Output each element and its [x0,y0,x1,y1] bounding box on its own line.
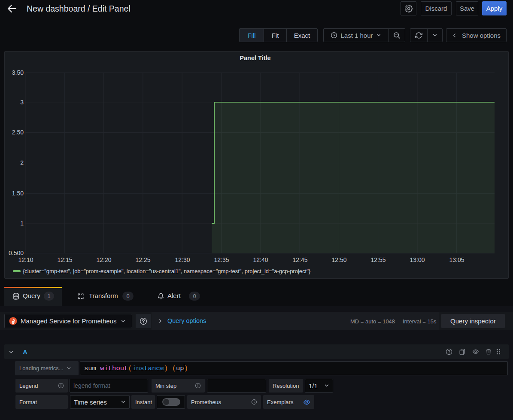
svg-text:12:15: 12:15 [57,256,72,263]
svg-text:1: 1 [20,220,24,227]
svg-text:13:05: 13:05 [449,256,464,263]
svg-text:12:55: 12:55 [370,256,386,263]
svg-text:12:30: 12:30 [175,256,190,263]
svg-text:12:20: 12:20 [96,256,111,263]
svg-text:12:25: 12:25 [135,256,150,263]
svg-text:3.50: 3.50 [12,69,24,76]
svg-text:0.500: 0.500 [9,250,24,256]
svg-text:1.50: 1.50 [12,190,24,197]
svg-text:3: 3 [20,99,24,106]
svg-text:2: 2 [20,159,24,166]
svg-text:12:40: 12:40 [253,256,268,263]
svg-text:2.50: 2.50 [12,129,24,136]
svg-text:13:00: 13:00 [410,256,425,263]
svg-text:12:35: 12:35 [214,256,229,263]
svg-text:12:45: 12:45 [292,256,307,263]
svg-text:12:10: 12:10 [18,256,33,263]
svg-text:12:50: 12:50 [331,256,346,263]
